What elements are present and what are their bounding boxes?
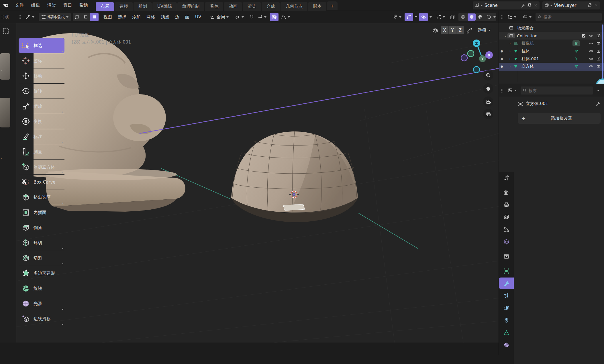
tool-move[interactable]: 移动 bbox=[19, 68, 64, 83]
viewport-menu-item[interactable]: 视图 bbox=[101, 13, 115, 21]
tool-annotate[interactable]: 标注 bbox=[19, 129, 64, 144]
viewport-menu-item[interactable]: 网格 bbox=[144, 13, 158, 21]
mirror-y-button[interactable]: Y bbox=[448, 26, 456, 34]
tab-modifiers[interactable] bbox=[499, 278, 514, 289]
mirror-icon[interactable] bbox=[432, 27, 438, 34]
drag-handle-icon[interactable] bbox=[501, 88, 503, 93]
tool-rotate[interactable]: 旋转 bbox=[19, 83, 64, 99]
axis-neg-y-ball[interactable] bbox=[468, 50, 474, 57]
collapse-chevron-icon[interactable]: ⌄ bbox=[503, 34, 507, 38]
scene-name[interactable]: Scene bbox=[485, 3, 519, 8]
edge-select-icon[interactable] bbox=[81, 13, 90, 21]
add-workspace-button[interactable]: + bbox=[327, 1, 338, 10]
expand-chevron-icon[interactable]: › bbox=[508, 49, 512, 53]
ortho-grid-button[interactable] bbox=[483, 109, 493, 119]
collection-checkbox-icon[interactable] bbox=[580, 34, 587, 38]
topbar-menu-item[interactable]: 编辑 bbox=[28, 0, 44, 11]
mode-selector[interactable]: 编辑模式 bbox=[39, 13, 71, 21]
expand-chevron-icon[interactable]: › bbox=[508, 64, 512, 68]
tab-scene[interactable] bbox=[499, 224, 514, 235]
drag-handle-icon[interactable] bbox=[19, 15, 21, 19]
tool-knife[interactable]: 切割 bbox=[19, 250, 64, 265]
tab-world[interactable] bbox=[499, 236, 514, 247]
workspace-tab[interactable]: 脚本 bbox=[308, 2, 326, 11]
snap-base-icon[interactable] bbox=[466, 27, 473, 34]
workspace-tab[interactable]: 着色 bbox=[205, 2, 223, 11]
viewport-menu-item[interactable]: 边 bbox=[172, 13, 182, 21]
tool-poly-build[interactable]: 多边形建形 bbox=[19, 265, 64, 281]
render-visibility-icon[interactable] bbox=[595, 34, 602, 38]
pan-view-button[interactable] bbox=[483, 83, 493, 94]
tool-measure[interactable]: 测量 bbox=[19, 144, 64, 159]
material-preview-shading-icon[interactable] bbox=[476, 13, 484, 21]
scene-icon[interactable] bbox=[474, 3, 483, 8]
render-visibility-icon[interactable] bbox=[595, 57, 602, 61]
tool-spin[interactable]: 旋绕 bbox=[19, 281, 64, 296]
tool-scale[interactable]: 缩放 bbox=[19, 99, 64, 114]
gizmos-toggle[interactable] bbox=[405, 13, 413, 21]
viewport-options-dropdown[interactable]: 选项 bbox=[475, 26, 493, 34]
vertex-select-icon[interactable] bbox=[73, 13, 81, 21]
hide-eye-icon[interactable] bbox=[587, 49, 595, 54]
tab-output[interactable] bbox=[499, 199, 514, 210]
camera-view-button[interactable] bbox=[483, 97, 493, 107]
outliner-display-mode-dropdown[interactable] bbox=[520, 13, 534, 21]
hide-eye-icon[interactable] bbox=[587, 64, 595, 69]
view-layer-close-icon[interactable] bbox=[594, 3, 598, 7]
tab-constraints[interactable] bbox=[499, 314, 514, 326]
shading-dropdown[interactable] bbox=[493, 16, 496, 19]
outliner-editor-type-button[interactable] bbox=[505, 13, 519, 21]
topbar-menu-item[interactable]: 渲染 bbox=[44, 0, 60, 11]
topbar-menu-item[interactable]: 文件 bbox=[11, 0, 28, 11]
add-modifier-button[interactable]: + 添加修改器 bbox=[518, 113, 601, 124]
outliner-search[interactable] bbox=[536, 13, 602, 21]
tab-render[interactable] bbox=[499, 187, 514, 198]
overlays-toggle[interactable] bbox=[419, 13, 428, 21]
tool-edge-slide[interactable]: 边线滑移 bbox=[19, 311, 64, 326]
tool-inset-faces[interactable]: 内插面 bbox=[19, 205, 64, 220]
properties-search[interactable] bbox=[521, 86, 593, 95]
outliner-search-input[interactable] bbox=[536, 13, 602, 21]
properties-editor-type-button[interactable] bbox=[505, 86, 519, 95]
camera-data-icon[interactable] bbox=[572, 40, 580, 46]
drag-handle-icon[interactable] bbox=[1, 15, 4, 19]
render-visibility-icon[interactable] bbox=[595, 41, 602, 46]
workspace-tab[interactable]: 渲染 bbox=[243, 2, 261, 11]
snap-settings-dropdown[interactable] bbox=[256, 13, 268, 21]
rendered-shading-icon[interactable] bbox=[485, 13, 493, 21]
tool-loop-cut[interactable]: 环切 bbox=[19, 235, 64, 250]
proportional-edit-toggle[interactable] bbox=[270, 13, 279, 21]
overlays-dropdown[interactable] bbox=[428, 13, 433, 21]
tab-collection[interactable] bbox=[499, 251, 514, 262]
tool-box-carve[interactable]: Box Carve bbox=[19, 174, 64, 190]
gizmos-dropdown[interactable] bbox=[414, 13, 418, 21]
tool-add-cube[interactable]: 添加立方体 bbox=[19, 159, 64, 174]
solid-shading-icon[interactable] bbox=[468, 13, 476, 21]
snap-magnet-icon[interactable] bbox=[248, 13, 256, 21]
hide-eye-icon[interactable] bbox=[587, 56, 595, 61]
pin-icon[interactable] bbox=[596, 101, 601, 106]
scene-duplicate-icon[interactable] bbox=[527, 3, 532, 8]
tool-bevel[interactable]: 倒角 bbox=[19, 220, 64, 235]
blender-logo-icon[interactable] bbox=[0, 2, 11, 9]
editor-type-button[interactable] bbox=[23, 13, 37, 21]
object-visibility-dropdown[interactable] bbox=[390, 13, 404, 21]
viewport-menu-item[interactable]: 添加 bbox=[129, 13, 144, 21]
expand-chevron-icon[interactable]: › bbox=[508, 57, 512, 61]
tab-particles[interactable] bbox=[499, 290, 514, 301]
view-layer-duplicate-icon[interactable] bbox=[587, 3, 592, 8]
outliner-scrollbar[interactable] bbox=[602, 24, 603, 82]
topbar-menu-item[interactable]: 帮助 bbox=[76, 0, 92, 11]
falloff-dropdown[interactable] bbox=[279, 13, 291, 21]
tool-cursor[interactable]: 游标 bbox=[19, 53, 64, 68]
workspace-tab[interactable]: 布局 bbox=[96, 2, 114, 11]
outliner-row-collection[interactable]: ⌄ Collection bbox=[499, 32, 604, 40]
wireframe-shading-icon[interactable] bbox=[459, 13, 467, 21]
viewport-menu-item[interactable]: UV bbox=[192, 13, 204, 21]
axis-neg-x-ball[interactable] bbox=[461, 55, 467, 61]
workspace-tab[interactable]: 建模 bbox=[115, 2, 133, 11]
pivot-point-dropdown[interactable] bbox=[233, 13, 246, 21]
collapse-panel-chevron[interactable]: ‹ bbox=[496, 66, 497, 71]
scene-close-icon[interactable] bbox=[534, 3, 538, 7]
workspace-tab[interactable]: UV编辑 bbox=[152, 2, 177, 11]
